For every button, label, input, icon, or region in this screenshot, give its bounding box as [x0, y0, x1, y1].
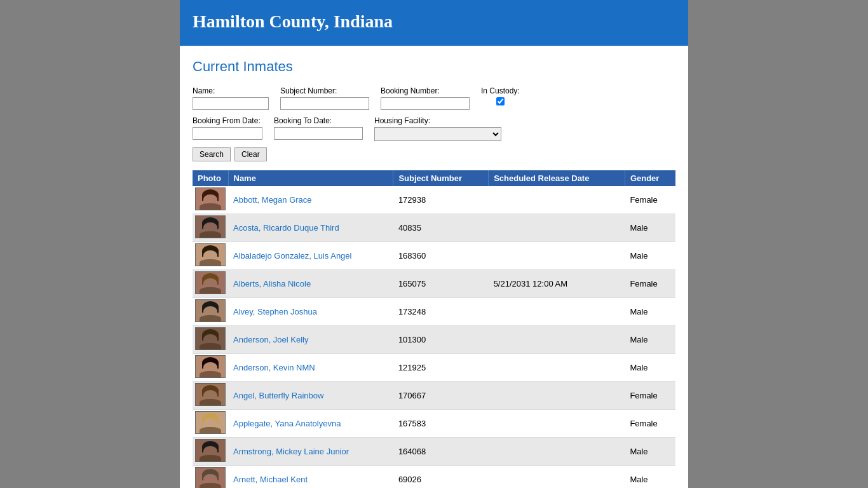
release-date-cell [489, 438, 625, 466]
subject-number-cell: 170667 [393, 382, 489, 410]
photo-cell [193, 354, 228, 382]
page-title: Current Inmates [193, 58, 675, 75]
gender-cell: Male [625, 242, 675, 270]
table-header: Photo Name Subject Number Scheduled Rele… [193, 170, 675, 186]
subject-number-cell: 69026 [393, 466, 489, 489]
name-cell[interactable]: Arnett, Michael Kent [228, 466, 393, 489]
table-row: Alberts, Alisha Nicole1650755/21/2031 12… [193, 270, 675, 298]
booking-from-label: Booking From Date: [193, 116, 262, 125]
booking-from-field-group: Booking From Date: [193, 116, 262, 140]
inmate-name-link[interactable]: Alberts, Alisha Nicole [233, 279, 311, 288]
clear-button[interactable]: Clear [234, 147, 267, 161]
col-release-date: Scheduled Release Date [489, 170, 625, 186]
gender-cell: Male [625, 298, 675, 326]
gender-cell: Female [625, 186, 675, 214]
booking-number-input[interactable] [381, 97, 470, 110]
photo-cell [193, 214, 228, 242]
subject-number-cell: 165075 [393, 270, 489, 298]
name-cell[interactable]: Anderson, Joel Kelly [228, 326, 393, 354]
inmate-name-link[interactable]: Alvey, Stephen Joshua [233, 307, 317, 316]
housing-facility-field-group: Housing Facility: [374, 116, 501, 141]
table-row: Alvey, Stephen Joshua173248Male [193, 298, 675, 326]
name-cell[interactable]: Alberts, Alisha Nicole [228, 270, 393, 298]
subject-number-label: Subject Number: [280, 86, 369, 95]
release-date-cell [489, 186, 625, 214]
inmate-name-link[interactable]: Anderson, Joel Kelly [233, 335, 309, 344]
inmate-name-link[interactable]: Angel, Butterfly Rainbow [233, 391, 323, 400]
housing-facility-label: Housing Facility: [374, 116, 501, 125]
name-cell[interactable]: Abbott, Megan Grace [228, 186, 393, 214]
name-input[interactable] [193, 97, 269, 110]
inmates-table: Photo Name Subject Number Scheduled Rele… [193, 170, 675, 488]
release-date-cell: 5/21/2031 12:00 AM [489, 270, 625, 298]
booking-to-label: Booking To Date: [274, 116, 363, 125]
subject-number-cell: 121925 [393, 354, 489, 382]
subject-number-cell: 40835 [393, 214, 489, 242]
booking-from-input[interactable] [193, 127, 262, 140]
booking-to-input[interactable] [274, 127, 363, 140]
photo-cell [193, 382, 228, 410]
inmate-name-link[interactable]: Abbott, Megan Grace [233, 195, 312, 205]
gender-cell: Female [625, 270, 675, 298]
subject-number-cell: 172938 [393, 186, 489, 214]
table-row: Acosta, Ricardo Duque Third40835Male [193, 214, 675, 242]
name-cell[interactable]: Albaladejo Gonzalez, Luis Angel [228, 242, 393, 270]
name-cell[interactable]: Angel, Butterfly Rainbow [228, 382, 393, 410]
inmate-name-link[interactable]: Applegate, Yana Anatolyevna [233, 419, 341, 428]
housing-facility-select[interactable] [374, 127, 501, 141]
subject-number-cell: 101300 [393, 326, 489, 354]
table-row: Albaladejo Gonzalez, Luis Angel168360Mal… [193, 242, 675, 270]
subject-number-field-group: Subject Number: [280, 86, 369, 110]
release-date-cell [489, 214, 625, 242]
inmate-name-link[interactable]: Albaladejo Gonzalez, Luis Angel [233, 251, 351, 261]
name-cell[interactable]: Armstrong, Mickey Laine Junior [228, 438, 393, 466]
name-field-group: Name: [193, 86, 269, 110]
gender-cell: Male [625, 214, 675, 242]
name-cell[interactable]: Alvey, Stephen Joshua [228, 298, 393, 326]
gender-cell: Male [625, 466, 675, 489]
col-name: Name [228, 170, 393, 186]
photo-cell [193, 438, 228, 466]
table-row: Anderson, Kevin NMN121925Male [193, 354, 675, 382]
inmate-name-link[interactable]: Acosta, Ricardo Duque Third [233, 223, 339, 233]
name-label: Name: [193, 86, 269, 95]
photo-cell [193, 466, 228, 489]
release-date-cell [489, 466, 625, 489]
release-date-cell [489, 382, 625, 410]
table-row: Angel, Butterfly Rainbow170667Female [193, 382, 675, 410]
site-header: Hamilton County, Indiana [180, 0, 688, 46]
search-form: Name: Subject Number: Booking Number: In… [193, 86, 675, 161]
name-cell[interactable]: Anderson, Kevin NMN [228, 354, 393, 382]
photo-cell [193, 186, 228, 214]
inmate-name-link[interactable]: Armstrong, Mickey Laine Junior [233, 447, 349, 456]
subject-number-cell: 164068 [393, 438, 489, 466]
photo-cell [193, 326, 228, 354]
table-body: Abbott, Megan Grace172938Female Acosta, … [193, 186, 675, 488]
release-date-cell [489, 410, 625, 438]
table-row: Applegate, Yana Anatolyevna167583Female [193, 410, 675, 438]
table-row: Abbott, Megan Grace172938Female [193, 186, 675, 214]
in-custody-checkbox[interactable] [496, 97, 505, 105]
release-date-cell [489, 326, 625, 354]
col-photo: Photo [193, 170, 228, 186]
in-custody-field-group: In Custody: [481, 86, 520, 105]
subject-number-input[interactable] [280, 97, 369, 110]
name-cell[interactable]: Acosta, Ricardo Duque Third [228, 214, 393, 242]
subject-number-cell: 173248 [393, 298, 489, 326]
photo-cell [193, 242, 228, 270]
inmate-name-link[interactable]: Anderson, Kevin NMN [233, 363, 315, 372]
col-subject-number: Subject Number [393, 170, 489, 186]
search-button[interactable]: Search [193, 147, 231, 161]
booking-number-field-group: Booking Number: [381, 86, 470, 110]
inmate-name-link[interactable]: Arnett, Michael Kent [233, 475, 308, 484]
release-date-cell [489, 298, 625, 326]
name-cell[interactable]: Applegate, Yana Anatolyevna [228, 410, 393, 438]
booking-number-label: Booking Number: [381, 86, 470, 95]
table-row: Anderson, Joel Kelly101300Male [193, 326, 675, 354]
gender-cell: Male [625, 438, 675, 466]
photo-cell [193, 410, 228, 438]
release-date-cell [489, 242, 625, 270]
table-row: Arnett, Michael Kent69026Male [193, 466, 675, 489]
subject-number-cell: 167583 [393, 410, 489, 438]
photo-cell [193, 298, 228, 326]
